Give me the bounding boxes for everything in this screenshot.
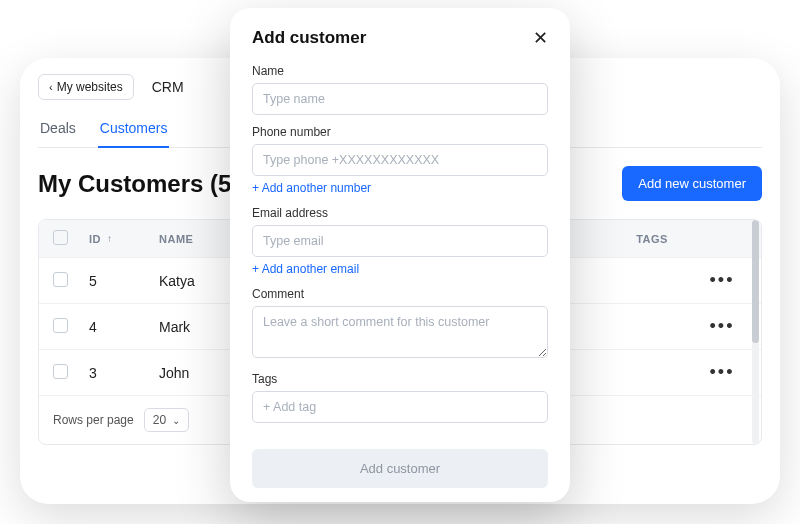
- tab-customers[interactable]: Customers: [98, 114, 170, 148]
- add-new-customer-button[interactable]: Add new customer: [622, 166, 762, 201]
- name-label: Name: [252, 64, 548, 78]
- tab-deals[interactable]: Deals: [38, 114, 78, 147]
- close-icon[interactable]: ✕: [533, 29, 548, 47]
- sort-asc-icon[interactable]: ↑: [107, 233, 113, 244]
- email-label: Email address: [252, 206, 548, 220]
- add-another-number-link[interactable]: + Add another number: [252, 181, 371, 195]
- row-actions-icon[interactable]: •••: [710, 362, 735, 382]
- back-label: My websites: [57, 80, 123, 94]
- comment-label: Comment: [252, 287, 548, 301]
- comment-textarea[interactable]: [252, 306, 548, 358]
- select-all-checkbox[interactable]: [53, 230, 68, 245]
- col-tags[interactable]: TAGS: [607, 233, 697, 245]
- chevron-left-icon: ‹: [49, 81, 53, 93]
- app-title: CRM: [146, 79, 184, 95]
- add-another-email-link[interactable]: + Add another email: [252, 262, 359, 276]
- col-id[interactable]: ID: [89, 233, 101, 245]
- cell-id: 4: [89, 319, 159, 335]
- phone-label: Phone number: [252, 125, 548, 139]
- email-input[interactable]: [252, 225, 548, 257]
- tags-label: Tags: [252, 372, 548, 386]
- name-input[interactable]: [252, 83, 548, 115]
- rows-per-page-select[interactable]: 20 ⌄: [144, 408, 189, 432]
- back-button[interactable]: ‹ My websites: [38, 74, 134, 100]
- rows-per-page-label: Rows per page: [53, 413, 134, 427]
- row-actions-icon[interactable]: •••: [710, 270, 735, 290]
- row-actions-icon[interactable]: •••: [710, 316, 735, 336]
- rows-per-page-value: 20: [153, 413, 166, 427]
- row-checkbox[interactable]: [53, 272, 68, 287]
- cell-id: 5: [89, 273, 159, 289]
- chevron-down-icon: ⌄: [172, 415, 180, 426]
- page-title: My Customers (5): [38, 170, 239, 198]
- tags-input[interactable]: + Add tag: [252, 391, 548, 423]
- phone-input[interactable]: [252, 144, 548, 176]
- row-checkbox[interactable]: [53, 318, 68, 333]
- modal-title: Add customer: [252, 28, 366, 48]
- table-scrollbar-thumb[interactable]: [752, 220, 759, 343]
- row-checkbox[interactable]: [53, 364, 68, 379]
- cell-id: 3: [89, 365, 159, 381]
- add-customer-modal: Add customer ✕ Name Phone number + Add a…: [230, 8, 570, 502]
- add-customer-submit-button[interactable]: Add customer: [252, 449, 548, 488]
